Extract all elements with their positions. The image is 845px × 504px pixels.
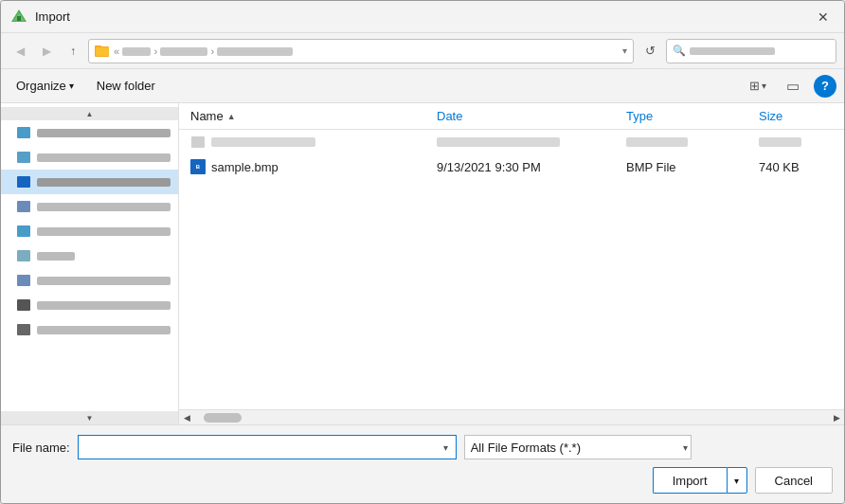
bmp-file-icon: B (190, 159, 206, 174)
import-button-group: Import ▾ (653, 467, 747, 494)
table-row[interactable]: B sample.bmp 9/13/2021 9:30 PM BMP File … (179, 154, 844, 179)
nav-item-7[interactable] (1, 268, 178, 293)
file-cell-date (429, 137, 619, 147)
file-name: sample.bmp (211, 160, 279, 174)
scroll-left-button[interactable]: ◀ (179, 410, 194, 425)
file-type: BMP File (626, 160, 676, 174)
view-icon: ⊞ (749, 79, 760, 93)
file-name-blurred (211, 137, 315, 147)
nav-item-8-label (37, 301, 171, 310)
nav-item-3[interactable] (1, 170, 178, 194)
file-size: 740 KB (759, 160, 800, 174)
file-list-header: Name ▲ Date Type Size Tags (179, 103, 844, 130)
bottom-row1: File name: ▾ All File Formats (*.*) BMP … (12, 435, 833, 459)
nav-item-2-label (37, 153, 171, 162)
col-header-type[interactable]: Type (619, 103, 751, 129)
view-arrow: ▾ (762, 81, 766, 91)
new-folder-label: New folder (97, 79, 155, 93)
nav-item-1-label (37, 129, 171, 137)
nav-item-9[interactable] (1, 317, 178, 342)
file-name-input-wrapper: ▾ (78, 435, 457, 459)
file-cell-type: BMP File (619, 160, 751, 174)
nav-item-4[interactable] (1, 194, 178, 219)
file-cell-date: 9/13/2021 9:30 PM (429, 160, 619, 174)
main-content: ▲ (1, 103, 844, 424)
folder-icon (95, 44, 110, 59)
help-button[interactable]: ? (814, 75, 836, 98)
nav-item-5[interactable] (1, 219, 178, 243)
nav-item-6-label (37, 252, 75, 261)
nav-item-7-label (37, 277, 171, 285)
scroll-thumb[interactable] (204, 413, 242, 423)
col-header-name[interactable]: Name ▲ (183, 103, 429, 129)
nav-item-4-label (37, 203, 171, 211)
svg-rect-2 (17, 16, 21, 21)
nav-item-6-icon (16, 248, 31, 263)
panel-icon: ▭ (786, 78, 800, 95)
organize-button[interactable]: Organize ▾ (9, 76, 81, 96)
svg-rect-5 (96, 47, 109, 56)
action-bar: Organize ▾ New folder ⊞ ▾ ▭ ? (1, 69, 844, 103)
file-date: 9/13/2021 9:30 PM (437, 160, 541, 174)
close-button[interactable]: ✕ (810, 4, 836, 30)
file-icon-blurred (190, 135, 206, 150)
search-icon: 🔍 (673, 45, 686, 57)
nav-item-8-icon (16, 297, 31, 313)
file-cell-size (751, 137, 844, 147)
nav-item-3-label (37, 178, 171, 187)
up-button[interactable]: ↑ (62, 40, 84, 63)
nav-item-4-icon (16, 199, 31, 214)
search-placeholder (690, 45, 775, 58)
file-list-body: B sample.bmp 9/13/2021 9:30 PM BMP File … (179, 130, 844, 409)
address-toolbar: ◀ ▶ ↑ « › › ▾ ↺ (1, 33, 844, 69)
nav-item-6[interactable] (1, 243, 178, 268)
bottom-row2: Import ▾ Cancel (12, 467, 833, 494)
import-dialog: Import ✕ ◀ ▶ ↑ « › › (0, 0, 845, 504)
file-cell-name (183, 135, 429, 150)
table-row[interactable] (179, 130, 844, 154)
new-folder-button[interactable]: New folder (89, 76, 163, 96)
nav-item-1-icon (16, 125, 31, 140)
search-bar[interactable]: 🔍 (666, 39, 836, 63)
nav-item-7-icon (16, 273, 31, 288)
address-bar-chevron[interactable]: ▾ (622, 45, 627, 56)
nav-item-9-label (37, 326, 171, 334)
nav-item-1[interactable] (1, 120, 178, 145)
import-button[interactable]: Import (653, 467, 727, 494)
col-header-date[interactable]: Date (429, 103, 619, 129)
file-name-dropdown-button[interactable]: ▾ (436, 435, 457, 459)
nav-pane: ▲ (1, 103, 179, 424)
nav-item-2[interactable] (1, 145, 178, 170)
title-bar: Import ✕ (1, 1, 844, 33)
view-button[interactable]: ⊞ ▾ (744, 76, 772, 96)
col-header-size[interactable]: Size (751, 103, 844, 129)
preview-pane-button[interactable]: ▭ (780, 73, 806, 99)
address-bar-path: « › › (114, 45, 619, 58)
file-type-select-wrapper: All File Formats (*.*) BMP Files (*.bmp)… (464, 435, 692, 459)
sort-arrow: ▲ (227, 112, 236, 121)
nav-item-9-icon (16, 322, 31, 337)
nav-item-8[interactable] (1, 293, 178, 317)
back-button[interactable]: ◀ (9, 40, 31, 63)
organize-arrow: ▾ (69, 81, 74, 91)
file-name-input[interactable] (78, 435, 457, 459)
help-label: ? (821, 79, 829, 93)
nav-scroll-down[interactable]: ▼ (1, 411, 178, 424)
scroll-right-button[interactable]: ▶ (829, 410, 844, 425)
bottom-area: File name: ▾ All File Formats (*.*) BMP … (1, 424, 844, 503)
file-name-label: File name: (12, 441, 70, 455)
nav-scroll-up[interactable]: ▲ (1, 107, 178, 120)
cancel-button[interactable]: Cancel (755, 467, 833, 494)
forward-button[interactable]: ▶ (35, 40, 58, 63)
scroll-track[interactable] (194, 410, 829, 425)
refresh-button[interactable]: ↺ (638, 39, 662, 63)
import-dropdown-button[interactable]: ▾ (727, 467, 747, 494)
nav-item-3-icon (16, 174, 31, 189)
file-list: Name ▲ Date Type Size Tags (179, 103, 844, 424)
file-cell-size: 740 KB (751, 160, 844, 174)
file-type-select[interactable]: All File Formats (*.*) BMP Files (*.bmp)… (464, 435, 692, 459)
horizontal-scrollbar: ◀ ▶ (179, 409, 844, 424)
address-bar[interactable]: « › › ▾ (88, 39, 634, 63)
nav-item-2-icon (16, 150, 31, 165)
file-cell-type (619, 137, 751, 147)
